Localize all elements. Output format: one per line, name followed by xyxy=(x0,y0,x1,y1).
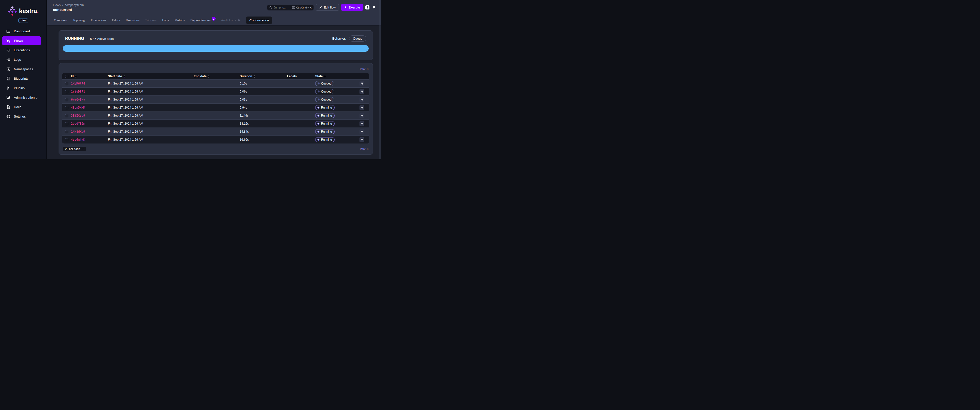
sidebar-item-plugins[interactable]: Plugins xyxy=(2,84,41,92)
notifications-bell-icon[interactable] xyxy=(372,5,376,10)
tab-concurrency[interactable]: Concurrency xyxy=(246,16,272,24)
sidebar-item-blueprints[interactable]: Blueprints xyxy=(2,74,41,83)
jump-to-search[interactable]: Ctrl/Cmd + K xyxy=(267,5,313,10)
chevron-down-icon xyxy=(82,148,84,150)
topbar-actions: Ctrl/Cmd + K Edit flow Execute ? xyxy=(267,4,376,11)
execution-row: 2bgdY83m Fri, Sep 27, 2024 1:59 AM 13.16… xyxy=(62,119,369,127)
namespaces-icon xyxy=(6,67,10,71)
execution-id-link[interactable]: 3EjZCsd9 xyxy=(71,114,85,117)
start-date-cell: Fri, Sep 27, 2024 1:59 AM xyxy=(108,130,194,133)
concurrency-state-title: RUNNING xyxy=(65,37,84,41)
pencil-icon xyxy=(319,6,322,9)
row-checkbox[interactable] xyxy=(65,106,68,109)
state-badge: Running xyxy=(315,121,335,126)
tab-metrics[interactable]: Metrics xyxy=(175,19,185,22)
row-checkbox[interactable] xyxy=(65,138,68,141)
row-checkbox[interactable] xyxy=(65,98,68,101)
execution-id-link[interactable]: 6wmQvSKy xyxy=(71,98,85,101)
sidebar-item-label: Logs xyxy=(14,58,21,62)
per-page-select[interactable]: 25 per page xyxy=(63,147,86,151)
row-checkbox[interactable] xyxy=(65,82,68,85)
row-checkbox[interactable] xyxy=(65,122,68,126)
column-header-start-date[interactable]: Start date xyxy=(108,75,194,78)
row-details-button[interactable] xyxy=(360,121,364,126)
row-details-button[interactable] xyxy=(360,81,364,86)
row-details-button[interactable] xyxy=(360,89,364,94)
duration-cell: 13.16s xyxy=(240,122,287,126)
execution-row: 1XeR6l74 Fri, Sep 27, 2024 1:59 AM 0.10s… xyxy=(62,79,369,87)
concurrency-slots-card: RUNNING 5 / 5 Active slots Behavior: Que… xyxy=(59,30,373,60)
state-badge: Queued xyxy=(315,97,334,102)
start-date-cell: Fri, Sep 27, 2024 1:59 AM xyxy=(108,82,194,85)
sidebar-item-label: Flows xyxy=(14,39,23,43)
execution-id-link[interactable]: 4sq6mjNK xyxy=(71,138,85,141)
select-all-checkbox[interactable] xyxy=(65,75,68,78)
breadcrumb-flows-link[interactable]: Flows xyxy=(53,3,60,7)
row-details-button[interactable] xyxy=(360,97,364,102)
row-checkbox[interactable] xyxy=(65,90,68,93)
execution-id-link[interactable]: 1NN8dKu9 xyxy=(71,130,85,133)
start-date-cell: Fri, Sep 27, 2024 1:59 AM xyxy=(108,122,194,126)
execute-button[interactable]: Execute xyxy=(341,4,363,11)
tab-topology[interactable]: Topology xyxy=(73,19,85,22)
file-document-icon xyxy=(6,105,10,109)
duration-cell: 16.69s xyxy=(240,138,287,141)
topbar: Flows / company.team concurrent xyxy=(47,0,381,15)
row-details-button[interactable] xyxy=(360,105,364,110)
tab-editor[interactable]: Editor xyxy=(112,19,120,22)
help-icon[interactable]: ? xyxy=(365,5,369,10)
concurrency-page: RUNNING 5 / 5 Active slots Behavior: Que… xyxy=(47,25,381,159)
jump-to-input[interactable] xyxy=(274,6,290,9)
queued-state-icon xyxy=(317,82,320,85)
start-date-cell: Fri, Sep 27, 2024 1:59 AM xyxy=(108,106,194,109)
column-header-id[interactable]: Id xyxy=(71,75,108,78)
breadcrumb-namespace-link[interactable]: company.team xyxy=(65,3,84,7)
sidebar-item-flows[interactable]: Flows xyxy=(2,36,41,45)
row-checkbox[interactable] xyxy=(65,114,68,117)
execution-row: 1rjuD871 Fri, Sep 27, 2024 1:59 AM 0.06s… xyxy=(62,87,369,95)
state-badge: Running xyxy=(315,137,335,142)
row-details-button[interactable] xyxy=(360,129,364,134)
gear-icon xyxy=(6,114,10,119)
sidebar-item-label: Executions xyxy=(14,48,30,52)
sidebar-item-label: Namespaces xyxy=(14,67,33,71)
sidebar-item-docs[interactable]: Docs xyxy=(2,103,41,111)
executions-table: Id Start date End date Duration Labels S… xyxy=(62,73,369,144)
row-checkbox[interactable] xyxy=(65,130,68,133)
sidebar-item-logs[interactable]: Logs xyxy=(2,55,41,64)
column-header-end-date[interactable]: End date xyxy=(194,75,240,78)
sidebar-item-dashboard[interactable]: Dashboard xyxy=(2,27,41,36)
sidebar-item-label: Plugins xyxy=(14,86,25,90)
column-header-duration[interactable]: Duration xyxy=(240,75,287,78)
scrollbar[interactable] xyxy=(379,0,381,159)
tab-revisions[interactable]: Revisions xyxy=(126,19,140,22)
main-area: Flows / company.team concurrent xyxy=(47,0,381,159)
sidebar-item-executions[interactable]: Executions xyxy=(2,46,41,55)
row-details-button[interactable] xyxy=(360,113,364,118)
execution-id-link[interactable]: 1rjuD871 xyxy=(71,90,85,93)
page-title: concurrent xyxy=(53,8,84,12)
edit-flow-button[interactable]: Edit flow xyxy=(316,4,339,11)
tab-dependencies[interactable]: Dependencies 0 xyxy=(190,18,215,22)
duration-cell: 11.49s xyxy=(240,114,287,117)
duration-cell: 9.94s xyxy=(240,106,287,109)
state-badge: Running xyxy=(315,129,335,134)
row-details-button[interactable] xyxy=(360,137,364,142)
slots-progress-fill xyxy=(63,45,369,52)
start-date-cell: Fri, Sep 27, 2024 1:59 AM xyxy=(108,90,194,93)
tab-executions[interactable]: Executions xyxy=(91,19,107,22)
sidebar-item-settings[interactable]: Settings xyxy=(2,112,41,121)
sidebar-item-label: Dashboard xyxy=(14,29,30,33)
shield-account-icon xyxy=(6,95,10,100)
state-badge: Running xyxy=(315,113,335,118)
behavior-value-pill[interactable]: Queue xyxy=(349,35,366,41)
kestra-logo[interactable]: kestra. xyxy=(0,6,46,16)
sidebar-item-administration[interactable]: Administration xyxy=(2,93,41,102)
execution-id-link[interactable]: 2bgdY83m xyxy=(71,122,85,126)
tab-logs[interactable]: Logs xyxy=(162,19,169,22)
execution-id-link[interactable]: 1XeR6l74 xyxy=(71,82,85,85)
column-header-state[interactable]: State xyxy=(315,75,360,78)
sidebar-item-namespaces[interactable]: Namespaces xyxy=(2,65,41,74)
execution-id-link[interactable]: 48cn5xMM xyxy=(71,106,85,109)
tab-overview[interactable]: Overview xyxy=(54,19,67,22)
